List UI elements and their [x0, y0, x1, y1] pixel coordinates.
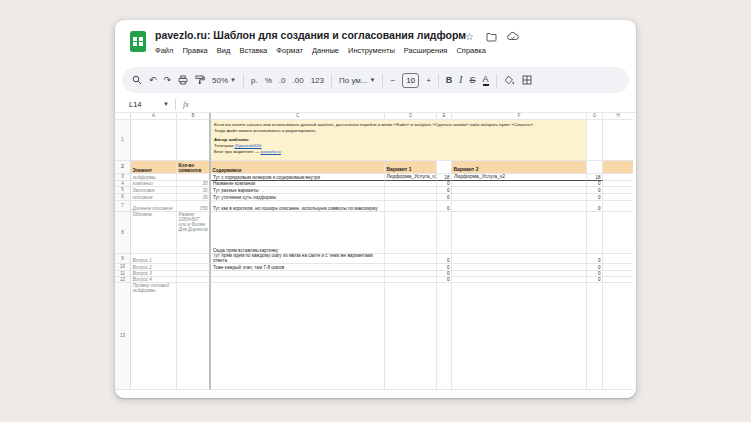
- menu-help[interactable]: Справка: [456, 46, 485, 55]
- strikethrough-button[interactable]: S: [469, 75, 475, 85]
- row-header-3[interactable]: 3: [115, 174, 131, 181]
- cell-D5[interactable]: [385, 187, 437, 194]
- cell-B10[interactable]: [177, 264, 211, 271]
- cell-G5[interactable]: 0: [587, 187, 603, 194]
- cell-B9[interactable]: [177, 254, 211, 264]
- cell-A10[interactable]: Вопрос 2: [131, 264, 177, 271]
- search-icon[interactable]: [132, 75, 142, 85]
- header-char-count[interactable]: Кол-во символов: [177, 161, 211, 174]
- cell-D8[interactable]: [385, 212, 437, 254]
- cell-G9[interactable]: 0: [587, 254, 603, 264]
- menu-tools[interactable]: Инструменты: [348, 46, 395, 55]
- cell-F9[interactable]: [452, 254, 587, 264]
- header-variant-1[interactable]: Вариант 1: [385, 161, 437, 174]
- cell-A5[interactable]: Заголовок: [131, 187, 177, 194]
- menu-edit[interactable]: Правка: [182, 46, 207, 55]
- cell-A1[interactable]: [131, 120, 177, 161]
- row-header-13[interactable]: 13: [115, 283, 131, 390]
- cell-B6[interactable]: 30: [177, 194, 211, 201]
- row-header-10[interactable]: 10: [115, 264, 131, 271]
- cell-H13[interactable]: [603, 283, 633, 390]
- increase-decimals-button[interactable]: .00: [293, 76, 304, 85]
- undo-icon[interactable]: ↶: [149, 75, 157, 85]
- cell-H5[interactable]: [603, 187, 633, 194]
- currency-format-button[interactable]: р.: [251, 76, 258, 85]
- column-header-b[interactable]: B: [177, 113, 211, 120]
- font-size-input[interactable]: 10: [402, 73, 419, 88]
- cell-H9[interactable]: [603, 254, 633, 264]
- move-folder-icon[interactable]: [486, 31, 497, 42]
- cell-E10[interactable]: 0: [437, 264, 452, 271]
- cell-D6[interactable]: [385, 194, 437, 201]
- cell-F6[interactable]: [452, 194, 587, 201]
- decrease-font-size-button[interactable]: −: [390, 76, 395, 85]
- cell-E5[interactable]: 0: [437, 187, 452, 194]
- row-header-2[interactable]: 2: [115, 161, 131, 174]
- row-header-7[interactable]: 7: [115, 201, 131, 212]
- cell-F8[interactable]: [452, 212, 587, 254]
- cell-B3[interactable]: [177, 174, 211, 181]
- cell-B13[interactable]: [177, 283, 211, 390]
- menu-format[interactable]: Формат: [276, 46, 303, 55]
- cell-C10[interactable]: Тоже каждый этап, там 7-8 шагов: [211, 264, 385, 271]
- cell-C7[interactable]: Тут как в коротком, но пошире описание, …: [211, 201, 385, 212]
- text-color-button[interactable]: A: [483, 75, 489, 86]
- cell-G1[interactable]: [587, 120, 603, 161]
- cell-A9[interactable]: Вопрос 1: [131, 254, 177, 264]
- cell-E3[interactable]: 18: [437, 174, 452, 181]
- print-icon[interactable]: [178, 75, 188, 85]
- star-icon[interactable]: ☆: [465, 31, 476, 42]
- bold-button[interactable]: B: [446, 75, 453, 85]
- row-header-8[interactable]: 8: [115, 212, 131, 254]
- select-all-corner[interactable]: [115, 113, 131, 120]
- cell-E6[interactable]: 0: [437, 194, 452, 201]
- cell-F3[interactable]: Лидформа_Услуга_v2: [452, 174, 587, 181]
- blog-link[interactable]: pavezlo.ru: [261, 149, 281, 154]
- cell-D13[interactable]: [385, 283, 437, 390]
- header-content[interactable]: Содержимое: [211, 161, 385, 174]
- cell-A13[interactable]: Пример готовой лидформы: [131, 283, 177, 390]
- paint-format-icon[interactable]: [195, 75, 205, 85]
- column-header-g[interactable]: G: [587, 113, 603, 120]
- cell-C3[interactable]: Тут с порядковым номером и содержимым вн…: [211, 174, 385, 181]
- decrease-decimals-button[interactable]: .0: [279, 76, 286, 85]
- cell-C5[interactable]: Тут разные варианты →: [211, 187, 385, 194]
- cell-G6[interactable]: 0: [587, 194, 603, 201]
- cell-D3[interactable]: Лидформа_Услуга_v1: [385, 174, 437, 181]
- cell-H3[interactable]: [603, 174, 633, 181]
- formula-input[interactable]: [189, 96, 636, 112]
- menu-file[interactable]: Файл: [155, 46, 173, 55]
- percent-format-button[interactable]: %: [265, 76, 272, 85]
- cell-B5[interactable]: 30: [177, 187, 211, 194]
- cell-H8[interactable]: [603, 212, 633, 254]
- fill-color-icon[interactable]: [504, 75, 515, 85]
- cell-B7[interactable]: 350: [177, 201, 211, 212]
- menu-view[interactable]: Вид: [217, 46, 231, 55]
- cell-D10[interactable]: [385, 264, 437, 271]
- menu-extensions[interactable]: Расширения: [404, 46, 448, 55]
- cell-G8[interactable]: [587, 212, 603, 254]
- column-header-c[interactable]: C: [211, 113, 385, 120]
- cell-A6[interactable]: Короткое описание: [131, 194, 177, 201]
- zoom-select[interactable]: 50%▼: [212, 76, 236, 85]
- google-sheets-logo-icon[interactable]: [130, 31, 146, 52]
- cell-A8[interactable]: Обложка: [131, 212, 177, 254]
- cell-H7[interactable]: [603, 201, 633, 212]
- column-header-f[interactable]: F: [452, 113, 587, 120]
- more-formats-button[interactable]: 123: [311, 76, 324, 85]
- cell-F7[interactable]: [452, 201, 587, 212]
- cell-F5[interactable]: [452, 187, 587, 194]
- name-box[interactable]: L14: [115, 100, 163, 109]
- cloud-status-icon[interactable]: [507, 31, 518, 42]
- cell-G10[interactable]: 0: [587, 264, 603, 271]
- row-header-9[interactable]: 9: [115, 254, 131, 264]
- cell-E8[interactable]: [437, 212, 452, 254]
- menu-data[interactable]: Данные: [312, 46, 339, 55]
- column-header-h[interactable]: H: [603, 113, 633, 120]
- menu-insert[interactable]: Вставка: [239, 46, 267, 55]
- cell-G2[interactable]: [587, 161, 603, 174]
- row-header-6[interactable]: 6: [115, 194, 131, 201]
- cell-C13[interactable]: [211, 283, 385, 390]
- redo-icon[interactable]: ↷: [164, 75, 172, 85]
- cell-H10[interactable]: [603, 264, 633, 271]
